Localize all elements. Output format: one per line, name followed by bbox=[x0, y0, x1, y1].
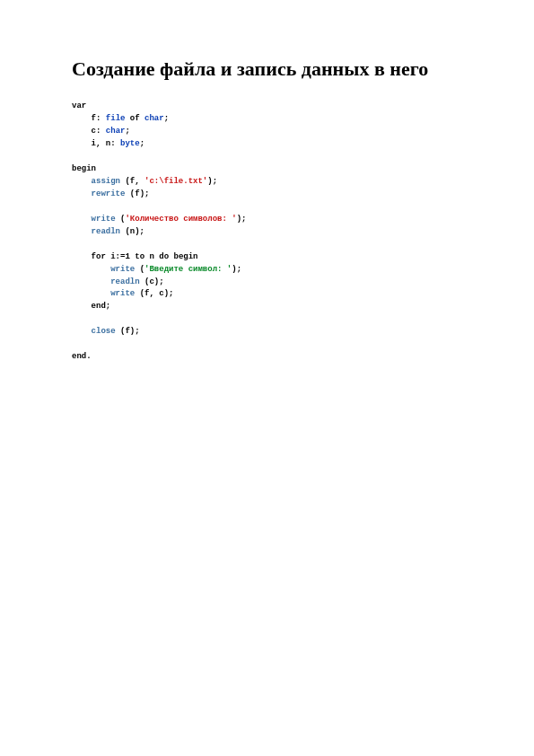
type-file: file bbox=[106, 114, 126, 123]
keyword-end: end bbox=[92, 302, 106, 311]
type-byte: byte bbox=[120, 139, 140, 148]
keyword-for: for bbox=[92, 252, 106, 261]
keyword-do: do bbox=[159, 252, 169, 261]
code-block: var f: file of char; c: char; i, n: byte… bbox=[72, 101, 484, 364]
semicolon: ; bbox=[106, 302, 110, 311]
page: Создание файла и запись данных в него va… bbox=[0, 0, 534, 756]
call-write: write bbox=[110, 265, 135, 274]
for-expr: i:=1 bbox=[110, 252, 130, 261]
string-prompt1: 'Количество символов: ' bbox=[125, 215, 236, 224]
keyword-of: of bbox=[130, 114, 140, 123]
semicolon: ; bbox=[140, 139, 144, 148]
page-title: Создание файла и запись данных в него bbox=[72, 57, 484, 81]
args: (n); bbox=[125, 227, 144, 236]
paren-close: ); bbox=[232, 265, 241, 274]
semicolon: ; bbox=[125, 127, 129, 136]
call-close: close bbox=[92, 327, 116, 336]
keyword-end-final: end bbox=[72, 352, 86, 361]
colon: : bbox=[110, 139, 120, 148]
string-prompt2: 'Введите символ: ' bbox=[144, 265, 232, 274]
type-char: char bbox=[144, 114, 164, 123]
args: (f, c); bbox=[140, 289, 174, 298]
call-rewrite: rewrite bbox=[92, 189, 126, 198]
call-write: write bbox=[110, 289, 135, 298]
type-char: char bbox=[106, 127, 126, 136]
args: (c); bbox=[144, 277, 164, 286]
keyword-to: to bbox=[135, 252, 144, 261]
call-readln: readln bbox=[110, 277, 139, 286]
for-to: n bbox=[149, 252, 153, 261]
ident-in: i, n bbox=[92, 139, 111, 148]
string-path: 'c:\file.txt' bbox=[144, 177, 207, 186]
period: . bbox=[86, 352, 91, 361]
keyword-var: var bbox=[72, 101, 86, 110]
keyword-begin: begin bbox=[72, 164, 96, 173]
semicolon: ; bbox=[164, 114, 169, 123]
paren-close: ); bbox=[237, 215, 247, 224]
args: (f); bbox=[130, 189, 150, 198]
colon: : bbox=[96, 114, 106, 123]
keyword-begin-inner: begin bbox=[173, 252, 197, 261]
args-close: ); bbox=[207, 177, 217, 186]
call-readln: readln bbox=[92, 227, 120, 236]
call-assign: assign bbox=[92, 177, 120, 186]
args: (f, bbox=[125, 177, 144, 186]
args: (f); bbox=[120, 327, 140, 336]
colon: : bbox=[96, 127, 106, 136]
call-write: write bbox=[92, 215, 116, 224]
